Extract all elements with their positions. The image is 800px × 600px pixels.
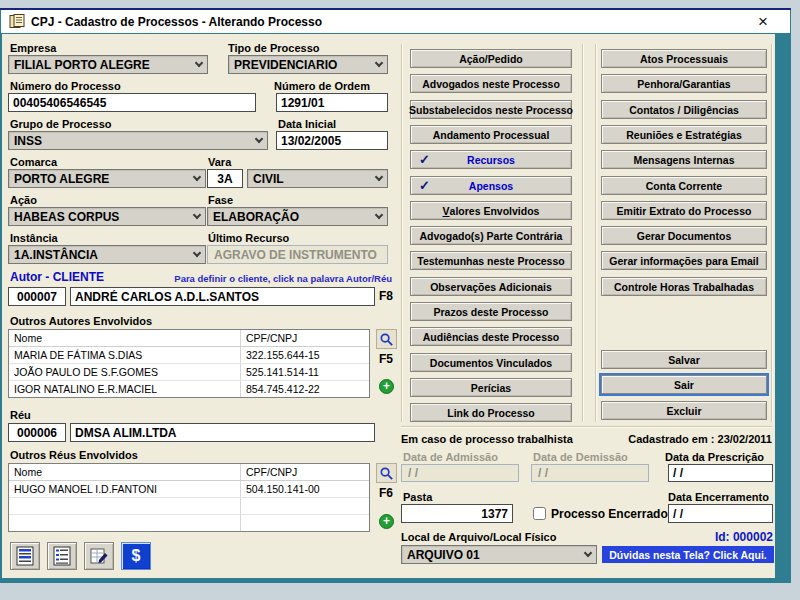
prazos-button[interactable]: Prazos deste Processo <box>410 302 572 321</box>
data-prescricao-field[interactable] <box>668 464 773 482</box>
empresa-label: Empresa <box>10 42 56 54</box>
button-label: Emitir Extrato do Processo <box>617 205 752 217</box>
report-list-button[interactable] <box>10 542 40 570</box>
data-admissao-value: / / <box>408 466 418 480</box>
button-label: Advogado(s) Parte Contrária <box>420 230 563 242</box>
close-icon[interactable]: × <box>758 13 768 30</box>
observacoes-button[interactable]: Observações Adicionais <box>410 277 572 296</box>
add-autor-button[interactable]: + <box>379 379 394 394</box>
controle-horas-button[interactable]: Controle Horas Trabalhadas <box>601 277 767 296</box>
reu-link[interactable]: Réu <box>10 409 31 421</box>
outros-reus-table: Nome CPF/CNPJ HUGO MANOEL I.D.FANTONI 50… <box>8 463 370 532</box>
acao-pedido-button[interactable]: Ação/Pedido <box>410 49 572 68</box>
title-bar[interactable]: CPJ - Cadastro de Processos - Alterando … <box>1 10 790 33</box>
cell-cpf: 525.141.514-11 <box>240 364 369 380</box>
pasta-label: Pasta <box>403 491 432 503</box>
pasta-field[interactable] <box>401 504 513 523</box>
cadastrado-em-text: Cadastrado em : 23/02/2011 <box>562 433 772 445</box>
plus-icon: + <box>383 379 390 393</box>
local-arquivo-select[interactable]: ARQUIVO 01 <box>401 545 597 564</box>
outros-autores-table: Nome CPF/CNPJ MARIA DE FÁTIMA S.DIAS 322… <box>8 329 370 398</box>
tipo-processo-select[interactable]: PREVIDENCIARIO <box>228 55 388 74</box>
excluir-button[interactable]: Excluir <box>601 401 767 420</box>
atos-processuais-button[interactable]: Atos Processuais <box>601 49 767 68</box>
sair-button[interactable]: Sair <box>601 375 767 394</box>
acao-select[interactable]: HABEAS CORPUS <box>8 207 206 226</box>
button-label: V <box>443 205 450 217</box>
instancia-label: Instância <box>10 232 58 244</box>
salvar-button[interactable]: Salvar <box>601 350 767 369</box>
link-processo-button[interactable]: Link do Processo <box>410 403 572 422</box>
reunioes-button[interactable]: Reuniões e Estratégias <box>601 125 767 144</box>
table-row-empty <box>9 515 369 532</box>
search-icon <box>379 332 394 347</box>
extrato-button[interactable]: Emitir Extrato do Processo <box>601 201 767 220</box>
testemunhas-button[interactable]: Testemunhas neste Processo <box>410 251 572 270</box>
vara-numero-field[interactable] <box>207 169 243 188</box>
table-row[interactable]: IGOR NATALINO E.R.MACIEL 854.745.412-22 <box>9 381 369 398</box>
empresa-select[interactable]: FILIAL PORTO ALEGRE <box>8 55 208 74</box>
table-row[interactable]: HUGO MANOEL I.D.FANTONI 504.150.141-00 <box>9 481 369 498</box>
vara-tipo-select[interactable]: CIVIL <box>247 169 388 188</box>
audiencias-button[interactable]: Audiências deste Processo <box>410 327 572 346</box>
grupo-processo-label: Grupo de Processo <box>10 118 111 130</box>
autor-nome-field[interactable] <box>70 287 375 306</box>
processo-encerrado-checkbox[interactable] <box>533 507 546 520</box>
button-label: Atos Processuais <box>640 53 728 65</box>
help-link[interactable]: Dúvidas nesta Tela? Click Aqui. <box>602 546 774 563</box>
table-row[interactable]: MARIA DE FÁTIMA S.DIAS 322.155.644-15 <box>9 347 369 364</box>
comarca-select[interactable]: PORTO ALEGRE <box>8 169 206 188</box>
data-encerramento-field[interactable] <box>668 504 773 523</box>
data-inicial-field[interactable] <box>276 131 388 150</box>
reu-nome-field[interactable] <box>70 423 375 442</box>
data-admissao-label: Data de Admissão <box>403 451 498 463</box>
add-reu-button[interactable]: + <box>379 514 394 529</box>
autor-cliente-link[interactable]: Autor - CLIENTE <box>10 270 104 284</box>
mensagens-button[interactable]: Mensagens Internas <box>601 150 767 169</box>
fase-select[interactable]: ELABORAÇÃO <box>207 207 388 226</box>
apensos-button[interactable]: ✓ Apensos <box>410 176 572 195</box>
penhora-button[interactable]: Penhora/Garantias <box>601 74 767 93</box>
numero-ordem-field[interactable] <box>276 93 388 112</box>
edit-grid-button[interactable] <box>84 542 114 570</box>
tipo-processo-value: PREVIDENCIARIO <box>234 58 337 72</box>
andamento-button[interactable]: Andamento Processual <box>410 125 572 144</box>
gerar-documentos-button[interactable]: Gerar Documentos <box>601 226 767 245</box>
outros-autores-label: Outros Autores Envolvidos <box>10 315 152 327</box>
contatos-button[interactable]: Contatos / Diligências <box>601 100 767 119</box>
search-reus-button[interactable] <box>376 463 397 483</box>
ultimo-recurso-label: Último Recurso <box>208 232 289 244</box>
report-detail-button[interactable] <box>47 542 77 570</box>
autor-codigo-field[interactable] <box>8 287 66 306</box>
divider <box>401 44 402 422</box>
button-label: Mensagens Internas <box>634 154 735 166</box>
advogados-button[interactable]: Advogados neste Processo <box>410 74 572 93</box>
outros-reus-label: Outros Réus Envolvidos <box>10 449 138 461</box>
processo-encerrado-label: Processo Encerrado <box>551 507 668 521</box>
button-label: Ação/Pedido <box>459 53 523 65</box>
cell-cpf: 504.150.141-00 <box>240 481 369 497</box>
grupo-processo-select[interactable]: INSS <box>8 131 268 150</box>
button-label: Substabelecidos neste Processo <box>409 104 573 116</box>
divider <box>582 44 583 422</box>
button-label: Testemunhas neste Processo <box>417 255 564 267</box>
reu-codigo-field[interactable] <box>8 423 66 442</box>
numero-processo-label: Número do Processo <box>10 80 121 92</box>
gerar-email-button[interactable]: Gerar informações para Email <box>601 251 767 270</box>
financial-button[interactable]: $ <box>121 542 151 570</box>
instancia-value: 1A.INSTÂNCIA <box>14 248 98 262</box>
advogados-contraria-button[interactable]: Advogado(s) Parte Contrária <box>410 226 572 245</box>
numero-processo-field[interactable] <box>8 93 256 112</box>
search-autores-button[interactable] <box>376 329 397 349</box>
valores-envolvidos-button[interactable]: Valores Envolvidos <box>410 201 572 220</box>
chevron-down-icon <box>375 211 383 219</box>
tipo-processo-label: Tipo de Processo <box>228 42 320 54</box>
substabelecidos-button[interactable]: Substabelecidos neste Processo <box>410 100 572 119</box>
pericias-button[interactable]: Perícias <box>410 378 572 397</box>
table-row[interactable]: JOÃO PAULO DE S.F.GOMES 525.141.514-11 <box>9 364 369 381</box>
recursos-button[interactable]: ✓ Recursos <box>410 150 572 169</box>
col-nome: Nome <box>9 332 240 344</box>
conta-corrente-button[interactable]: Conta Corrente <box>601 176 767 195</box>
instancia-select[interactable]: 1A.INSTÂNCIA <box>8 245 206 264</box>
documentos-vinculados-button[interactable]: Documentos Vinculados <box>410 353 572 372</box>
